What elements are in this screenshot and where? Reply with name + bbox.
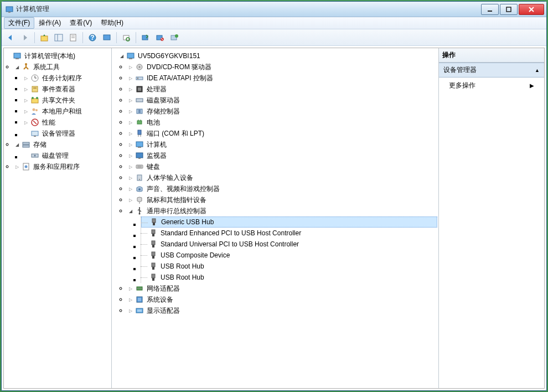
svg-rect-62 xyxy=(136,142,143,147)
up-button[interactable] xyxy=(38,31,51,44)
expander-icon[interactable] xyxy=(127,197,134,203)
expander-icon[interactable] xyxy=(127,119,134,126)
tree-disk-mgmt[interactable]: 磁盘管理 xyxy=(23,150,110,161)
expander-icon[interactable] xyxy=(127,174,134,181)
expander-icon[interactable] xyxy=(127,307,134,314)
usb-device[interactable]: Standard Universal PCI to USB Host Contr… xyxy=(141,239,437,250)
device-category[interactable]: DVD/CD-ROM 驱动器 xyxy=(127,61,437,73)
expander-icon[interactable] xyxy=(127,64,134,70)
menu-help[interactable]: 帮助(H) xyxy=(96,17,128,29)
device-category[interactable]: 磁盘驱动器 xyxy=(127,95,437,106)
device-category[interactable]: 监视器 xyxy=(127,150,437,161)
expander-icon[interactable] xyxy=(127,141,134,148)
actions-section[interactable]: 设备管理器 ▲ xyxy=(439,63,544,78)
tree-event-viewer[interactable]: 事件查看器 xyxy=(23,84,110,95)
device-category[interactable]: 显示适配器 xyxy=(127,305,437,316)
usb-device[interactable]: USB Composite Device xyxy=(141,250,437,261)
expander-icon[interactable] xyxy=(127,97,134,104)
usb-device[interactable]: USB Root Hub xyxy=(141,272,437,283)
expander-icon[interactable] xyxy=(127,108,134,115)
device-category[interactable]: 网络适配器 xyxy=(127,283,437,294)
expander-icon[interactable] xyxy=(118,53,125,59)
device-category[interactable]: 键盘 xyxy=(127,161,437,172)
enable-button[interactable] xyxy=(139,31,152,44)
usb-device[interactable]: USB Root Hub xyxy=(141,261,437,272)
device-category[interactable]: 端口 (COM 和 LPT) xyxy=(127,128,437,139)
disable-button[interactable] xyxy=(153,31,167,44)
tree-storage[interactable]: 存储 xyxy=(14,139,110,150)
svg-rect-51 xyxy=(137,78,138,79)
expander-icon[interactable] xyxy=(23,108,29,115)
expander-icon[interactable] xyxy=(127,285,134,292)
device-computer-root[interactable]: UV5DG6YGKVBI151 xyxy=(118,50,437,61)
forward-button[interactable] xyxy=(18,31,32,44)
tree-performance[interactable]: 性能 xyxy=(23,117,110,128)
console-button[interactable] xyxy=(100,31,113,44)
scan-button[interactable] xyxy=(120,31,133,44)
expander-icon[interactable] xyxy=(14,64,20,70)
expander-icon[interactable] xyxy=(127,86,134,92)
usb-icon xyxy=(149,262,158,271)
tree-shared-folders[interactable]: 共享文件夹 xyxy=(23,95,110,106)
tree-device-manager[interactable]: 设备管理器 xyxy=(23,128,110,139)
svg-rect-77 xyxy=(152,230,155,234)
expander-icon[interactable] xyxy=(23,75,29,81)
menu-action[interactable]: 操作(A) xyxy=(34,17,65,29)
tree-local-users[interactable]: 本地用户和组 xyxy=(23,106,110,117)
expander-icon[interactable] xyxy=(127,75,134,81)
tools-icon xyxy=(22,63,30,71)
tree-services[interactable]: 服务和应用程序 xyxy=(14,161,110,172)
actions-more[interactable]: 更多操作 ▶ xyxy=(439,78,544,94)
device-category[interactable]: 声音、视频和游戏控制器 xyxy=(127,183,437,194)
close-button[interactable] xyxy=(519,4,544,15)
device-category-usb[interactable]: 通用串行总线控制器 xyxy=(127,205,437,216)
expander-icon[interactable] xyxy=(127,163,134,170)
tree-root[interactable]: 计算机管理(本地) xyxy=(5,50,110,61)
device-category[interactable]: IDE ATA/ATAPI 控制器 xyxy=(127,73,437,84)
menu-view[interactable]: 查看(V) xyxy=(65,17,96,29)
expander-icon[interactable] xyxy=(23,86,29,92)
event-icon xyxy=(30,85,39,94)
expander-icon[interactable] xyxy=(127,185,134,192)
tree-task-scheduler[interactable]: 任务计划程序 xyxy=(23,73,110,84)
usb-device[interactable]: Generic USB Hub xyxy=(141,216,437,228)
device-category[interactable]: 存储控制器 xyxy=(127,106,437,117)
usb-device[interactable]: Standard Enhanced PCI to USB Host Contro… xyxy=(141,228,437,239)
svg-rect-85 xyxy=(152,274,155,278)
device-category[interactable]: 人体学输入设备 xyxy=(127,172,437,183)
expander-icon[interactable] xyxy=(127,296,134,303)
menu-file[interactable]: 文件(F) xyxy=(4,17,34,29)
svg-rect-3 xyxy=(506,7,511,12)
expander-icon[interactable] xyxy=(23,97,29,104)
svg-rect-54 xyxy=(136,99,143,102)
svg-rect-24 xyxy=(15,58,19,59)
titlebar[interactable]: 计算机管理 xyxy=(2,2,546,17)
usb-icon xyxy=(149,229,158,238)
center-tree-pane[interactable]: UV5DG6YGKVBI151 DVD/CD-ROM 驱动器IDE ATA/AT… xyxy=(112,48,439,388)
maximize-button[interactable] xyxy=(500,4,518,15)
body-area: 计算机管理(本地) 系统工具 任务计划程序 事件查看器 xyxy=(3,48,545,389)
device-icon xyxy=(135,140,144,149)
minimize-button[interactable] xyxy=(481,4,499,15)
tree-system-tools[interactable]: 系统工具 xyxy=(14,61,110,73)
device-category[interactable]: 鼠标和其他指针设备 xyxy=(127,194,437,205)
expander-icon[interactable] xyxy=(14,163,20,170)
left-tree-pane[interactable]: 计算机管理(本地) 系统工具 任务计划程序 事件查看器 xyxy=(4,48,112,388)
uninstall-button[interactable] xyxy=(168,31,181,44)
expander-icon[interactable] xyxy=(127,130,134,137)
show-hide-button[interactable] xyxy=(52,31,65,44)
expander-icon[interactable] xyxy=(14,141,20,148)
device-category[interactable]: 电池 xyxy=(127,117,437,128)
help-button[interactable]: ? xyxy=(86,31,99,44)
device-category[interactable]: 处理器 xyxy=(127,84,437,95)
device-category[interactable]: 系统设备 xyxy=(127,294,437,305)
device-category[interactable]: 计算机 xyxy=(127,139,437,150)
back-button[interactable] xyxy=(4,31,17,44)
device-icon xyxy=(135,129,144,138)
expander-icon[interactable] xyxy=(23,119,29,126)
collapse-icon[interactable]: ▲ xyxy=(535,68,540,73)
properties-button[interactable] xyxy=(66,31,80,44)
computer-mgmt-icon xyxy=(13,51,22,60)
expander-icon[interactable] xyxy=(127,152,134,159)
expander-icon[interactable] xyxy=(127,208,134,214)
